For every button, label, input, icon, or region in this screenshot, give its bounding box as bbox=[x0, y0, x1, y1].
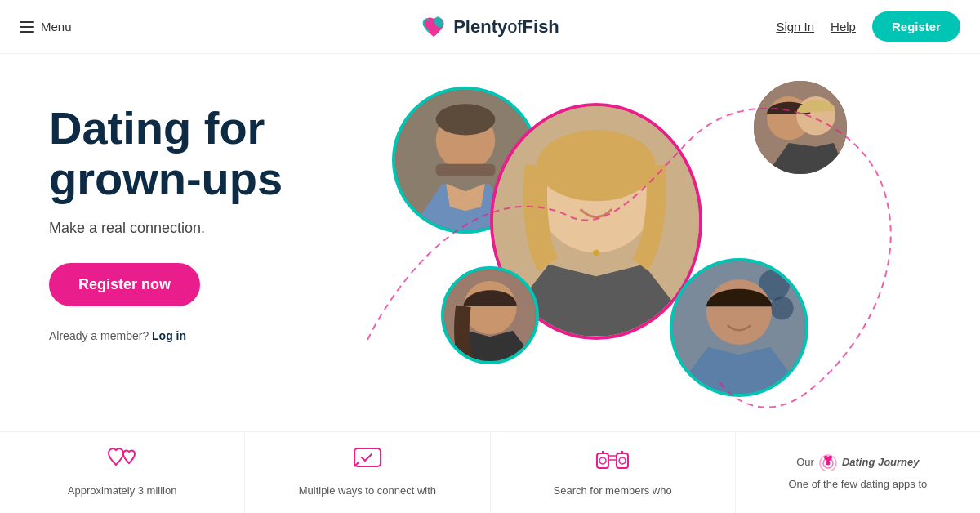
svg-rect-21 bbox=[597, 453, 608, 468]
couple-silhouette bbox=[754, 81, 847, 174]
profile-photo-man-right bbox=[670, 258, 808, 397]
svg-rect-5 bbox=[436, 164, 496, 176]
our-text: Our bbox=[796, 456, 814, 468]
profile-photo-woman-small bbox=[441, 266, 539, 364]
register-now-button[interactable]: Register now bbox=[49, 263, 200, 306]
hero-subtitle: Make a real connection. bbox=[49, 220, 343, 237]
svg-point-4 bbox=[436, 104, 496, 135]
profile-photo-couple-top bbox=[751, 78, 849, 176]
svg-point-24 bbox=[599, 457, 606, 464]
dating-journey-icon-group: Our Dating Journey bbox=[796, 453, 919, 471]
log-in-link[interactable]: Log in bbox=[152, 329, 186, 342]
hero-section: Dating for grown-ups Make a real connect… bbox=[0, 54, 980, 446]
svg-point-25 bbox=[619, 457, 626, 464]
menu-label: Menu bbox=[41, 20, 72, 33]
feature-search-text: Search for members who bbox=[554, 484, 672, 498]
svg-point-12 bbox=[463, 281, 516, 334]
dating-journey-text: Dating Journey bbox=[842, 456, 920, 468]
woman-small-silhouette bbox=[444, 270, 536, 361]
register-header-button[interactable]: Register bbox=[872, 11, 960, 42]
hearts-icon bbox=[108, 447, 137, 477]
hero-title: Dating for grown-ups bbox=[49, 103, 343, 203]
hero-content: Dating for grown-ups Make a real connect… bbox=[0, 54, 343, 446]
hero-title-line1: Dating for bbox=[49, 102, 265, 154]
hero-title-line2: grown-ups bbox=[49, 153, 283, 204]
already-member-text: Already a member? Log in bbox=[49, 329, 343, 342]
feature-dating-journey: Our Dating Journey One of the few dating… bbox=[736, 432, 980, 513]
hero-images bbox=[327, 54, 980, 446]
logo[interactable]: PlentyofFish bbox=[421, 14, 559, 40]
svg-point-10 bbox=[593, 249, 599, 256]
help-link[interactable]: Help bbox=[831, 20, 856, 33]
menu-button[interactable]: Menu bbox=[20, 20, 72, 33]
logo-icon bbox=[421, 14, 447, 40]
sign-in-link[interactable]: Sign In bbox=[776, 20, 814, 33]
feature-journey-text: One of the few dating apps to bbox=[788, 477, 927, 492]
header-nav: Sign In Help Register bbox=[776, 11, 960, 42]
binoculars-icon bbox=[595, 447, 630, 477]
logo-text: PlentyofFish bbox=[453, 16, 559, 38]
svg-rect-22 bbox=[617, 453, 628, 468]
man-right-silhouette bbox=[673, 261, 805, 394]
svg-point-15 bbox=[770, 297, 794, 320]
feature-multiple-text: Multiple ways to connect with bbox=[299, 484, 436, 498]
hamburger-icon bbox=[20, 21, 34, 33]
feature-approx-text: Approximately 3 million bbox=[68, 484, 177, 498]
feature-search-members: Search for members who bbox=[491, 432, 736, 513]
radar-heart-icon bbox=[817, 453, 839, 471]
header: Menu PlentyofFish Sign In Help Register bbox=[0, 0, 980, 54]
svg-point-9 bbox=[537, 130, 655, 201]
chat-check-icon bbox=[353, 447, 382, 477]
svg-rect-23 bbox=[608, 456, 617, 460]
